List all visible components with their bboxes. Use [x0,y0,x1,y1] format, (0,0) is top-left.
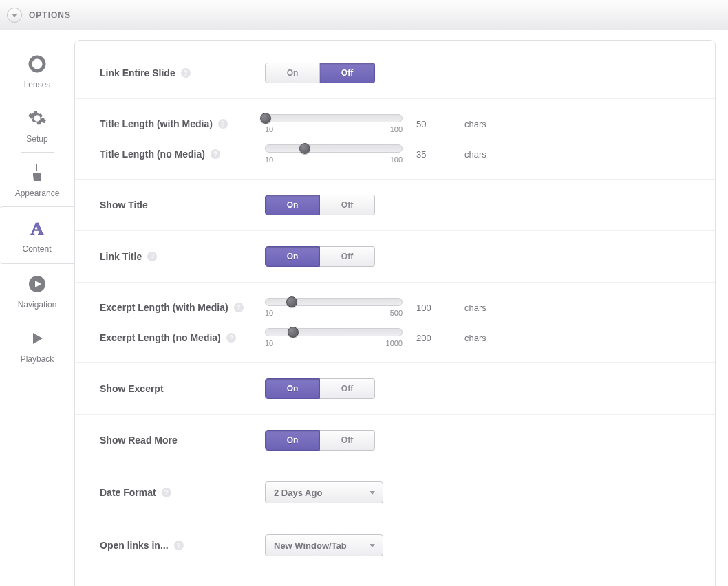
toggle-show-title: On Off [265,195,375,215]
help-icon[interactable]: ? [226,333,236,343]
slider-unit: chars [464,303,486,313]
label-title-len-media: Title Length (with Media) [100,118,213,129]
row-open-links: Open links in... ? New Window/Tab [75,519,715,572]
slider-exc-len-media[interactable] [265,298,403,306]
help-icon[interactable]: ? [162,488,171,497]
sidebar: Lenses Setup Appearance A Content [0,30,74,586]
sidebar-item-label: Setup [8,134,67,144]
row-show-author: Show Author ? On Off [75,572,715,586]
help-icon[interactable]: ? [147,252,157,261]
select-date-format[interactable]: 2 Days Ago [265,481,383,503]
sidebar-item-label: Content [0,244,74,254]
row-title-length-media: Title Length (with Media) ? 10 100 50 ch… [75,99,715,139]
slider-thumb[interactable] [260,113,271,124]
help-icon[interactable]: ? [181,68,191,78]
row-date-format: Date Format ? 2 Days Ago [75,466,715,519]
label-exc-len-media: Excerpt Length (with Media) [100,302,228,313]
slider-thumb[interactable] [288,327,299,338]
play-icon [23,327,52,350]
content-panel: Link Entire Slide ? On Off Title Length … [74,40,716,586]
arrow-circle-icon [23,272,52,296]
row-show-read-more: Show Read More On Off [75,415,715,466]
label-link-slide: Link Entire Slide [100,67,175,78]
slider-max: 100 [390,125,403,133]
help-icon[interactable]: ? [174,541,184,550]
gear-icon [23,107,52,130]
on-button[interactable]: On [265,63,320,83]
off-button[interactable]: Off [320,430,375,451]
slider-unit: chars [464,119,486,129]
svg-marker-5 [33,333,43,344]
label-link-title: Link Title [100,251,142,262]
help-icon[interactable]: ? [234,303,244,312]
svg-marker-7 [370,544,375,547]
svg-marker-0 [12,14,17,17]
label-exc-len-no-media: Excerpt Length (no Media) [100,332,221,343]
label-open-links: Open links in... [100,540,169,551]
sidebar-item-content[interactable]: A Content [0,206,74,264]
svg-point-1 [30,57,44,71]
header-title: OPTIONS [29,10,71,20]
row-link-entire-slide: Link Entire Slide ? On Off [75,47,715,99]
slider-min: 10 [265,339,273,347]
slider-thumb[interactable] [299,143,310,154]
sidebar-item-label: Appearance [8,188,67,198]
svg-text:A: A [30,219,43,239]
label-title-len-no-media: Title Length (no Media) [100,149,205,160]
slider-unit: chars [464,333,486,343]
toggle-link-slide: On Off [265,63,375,83]
on-button[interactable]: On [265,378,320,399]
off-button[interactable]: Off [320,246,375,267]
select-value: New Window/Tab [274,541,347,551]
slider-value: 50 [416,119,451,129]
sidebar-item-label: Playback [8,354,67,364]
off-button[interactable]: Off [320,195,375,215]
row-show-excerpt: Show Excerpt On Off [75,363,715,415]
slider-exc-len-no-media[interactable] [265,328,403,336]
slider-min: 10 [265,155,273,164]
select-open-links[interactable]: New Window/Tab [265,534,383,556]
chevron-down-icon [369,542,376,549]
label-show-read-more: Show Read More [100,435,178,446]
collapse-toggle[interactable] [7,8,22,23]
off-button[interactable]: Off [320,378,375,399]
chevron-down-icon [369,489,376,496]
sidebar-item-navigation[interactable]: Navigation [8,264,67,318]
slider-min: 10 [265,309,273,317]
on-button[interactable]: On [265,430,320,451]
text-a-icon: A [23,217,52,240]
slider-title-len-no-media[interactable] [265,144,403,153]
options-header: OPTIONS [0,0,728,30]
slider-thumb[interactable] [286,296,297,307]
slider-max: 1000 [386,339,403,347]
slider-value: 200 [416,333,451,343]
label-show-title: Show Title [100,199,148,210]
toggle-show-excerpt: On Off [265,378,375,399]
label-show-excerpt: Show Excerpt [100,383,164,394]
off-button[interactable]: Off [320,63,375,83]
slider-max: 500 [390,309,403,317]
slider-title-len-media[interactable] [265,114,403,122]
toggle-link-title: On Off [265,246,375,267]
row-link-title: Link Title ? On Off [75,231,715,283]
sidebar-item-label: Navigation [8,300,67,310]
sidebar-item-appearance[interactable]: Appearance [8,153,67,206]
sidebar-item-playback[interactable]: Playback [8,318,67,372]
row-excerpt-length-no-media: Excerpt Length (no Media) ? 10 1000 200 … [75,323,715,363]
brush-icon [23,161,52,184]
help-icon[interactable]: ? [218,119,228,129]
row-title-length-no-media: Title Length (no Media) ? 10 100 35 char… [75,139,715,180]
row-show-title: Show Title On Off [75,180,715,231]
slider-unit: chars [464,149,486,160]
slider-max: 100 [390,155,403,164]
slider-value: 100 [416,303,451,313]
slider-value: 35 [416,149,451,160]
svg-marker-6 [370,491,375,495]
select-value: 2 Days Ago [274,488,322,498]
on-button[interactable]: On [265,195,320,215]
sidebar-item-setup[interactable]: Setup [8,98,67,152]
sidebar-item-lenses[interactable]: Lenses [8,44,67,98]
on-button[interactable]: On [265,246,320,267]
circle-icon [23,52,52,76]
help-icon[interactable]: ? [211,149,220,159]
